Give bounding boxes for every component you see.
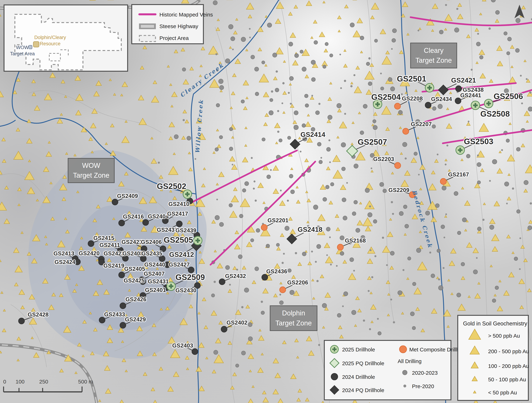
drillhole-label-gs2407: GS2407 (144, 271, 165, 277)
scale-label-0: 0 (3, 379, 6, 385)
drillhole-2024-gs2437[interactable] (176, 221, 182, 227)
drillhole-label-gs2503: GS2503 (464, 137, 493, 146)
drillhole-2024-gs2428[interactable] (19, 318, 25, 324)
drillhole-label-gs2409: GS2409 (117, 193, 138, 199)
pq-drillhole-2024-gs2414[interactable] (290, 139, 300, 149)
drillhole-label-gs2436: GS2436 (266, 268, 287, 275)
drillhole-2024-gs2434[interactable] (425, 102, 431, 108)
drillhole-2024-gs2416[interactable] (119, 220, 125, 226)
inset-location-map: Dolphin/Cleary Resource WOW Target Area (4, 5, 128, 72)
soil-legend-triangle-2 (471, 362, 478, 368)
soil-legend-triangle-4 (473, 391, 476, 393)
drillhole-label-gs2412: GS2412 (169, 251, 194, 258)
soil-legend-triangle-0 (469, 329, 481, 340)
drillhole-label-gs2437: GS2437 (157, 227, 178, 233)
legend-met-composite-icon (399, 346, 407, 353)
drillhole-label-gs2405: GS2405 (124, 266, 145, 272)
historic-mapped-vein (210, 162, 315, 265)
drillhole-label-gs2421: GS2421 (451, 77, 476, 84)
drillhole-2024-gs2433[interactable] (99, 317, 105, 323)
met-composite-gs2168[interactable] (337, 244, 343, 250)
drillhole-label-gs2435: GS2435 (141, 250, 163, 257)
drillhole-label-gs2422: GS2422 (104, 250, 125, 257)
legend-historic-veins: Historic Mapped Veins (159, 12, 213, 18)
north-arrow-icon (514, 5, 525, 18)
soil-class-lt-50: < 50 ppb Au (488, 390, 517, 396)
soil-class-200-500: 200 - 500 ppb Au (488, 348, 529, 354)
legend-2024-drillhole: 2024 Drillhole (342, 374, 375, 380)
zone-box-wow: WOWTarget Zone (68, 158, 115, 183)
legend-project-area: Project Area (159, 35, 189, 41)
drillhole-label-gs2432: GS2432 (225, 273, 246, 279)
drillhole-label-gs2401: GS2401 (145, 287, 166, 293)
drillhole-2024-gs2438[interactable] (456, 86, 462, 92)
met-composite-gs2208[interactable] (394, 103, 400, 109)
scale-label-3: 500 m (78, 379, 93, 385)
drillhole-label-gs2509: GS2509 (176, 273, 205, 282)
exploration-map: Dolphin/Cleary Resource WOW Target Area … (0, 0, 532, 403)
drillhole-2024-gs2429[interactable] (120, 322, 126, 328)
drillhole-label-gs2410: GS2410 (169, 201, 190, 208)
drillhole-label-gs2441: GS2441 (460, 92, 481, 99)
drillhole-label-gs2428: GS2428 (28, 311, 49, 318)
drillhole-label-gs2508: GS2508 (481, 109, 510, 118)
soil-class-500: > 500 ppb Au (488, 333, 520, 339)
scale-label-2: 250 (39, 379, 48, 385)
drillhole-2024-gs2426[interactable] (120, 303, 126, 309)
scale-label-1: 100 (16, 379, 25, 385)
drillhole-label-gs2420: GS2420 (79, 250, 100, 257)
drillhole-legend: 2025 Drillhole 2025 PQ Drillhole 2024 Dr… (324, 340, 451, 400)
drillhole-label-gs2439: GS2439 (176, 227, 196, 234)
zone-box-dolphin: DolphinTarget Zone (270, 305, 317, 331)
drillhole-label-gs2431: GS2431 (148, 278, 169, 285)
drillhole-2024-gs2405[interactable] (119, 272, 125, 278)
met-composite-gs2203[interactable] (395, 163, 401, 169)
drillhole-label-gs2418: GS2418 (298, 226, 323, 233)
drillhole-label-gs2415: GS2415 (94, 235, 114, 241)
drillhole-label-gs2167: GS2167 (448, 171, 469, 178)
legend-2025-drillhole: 2025 Drillhole (342, 346, 375, 353)
drillhole-label-gs2505: GS2505 (164, 236, 193, 245)
drillhole-label-gs2402: GS2402 (227, 320, 247, 326)
met-composite-gs2206[interactable] (280, 287, 286, 293)
drillhole-2024-gs2404[interactable] (143, 219, 149, 226)
drillhole-2024-gs2403[interactable] (192, 349, 198, 355)
legend-steese-highway: Steese Highway (159, 23, 198, 29)
drillhole-label-gs2429: GS2429 (125, 316, 146, 323)
drillhole-label-gs2208: GS2208 (402, 95, 423, 102)
drillhole-label-gs2403: GS2403 (172, 342, 193, 349)
legend-pre-2020: Pre-2020 (412, 383, 434, 389)
inset-wow-label: WOW Target Area (8, 44, 37, 57)
met-composite-gs2167[interactable] (440, 178, 446, 184)
drillhole-label-gs2408: GS2408 (122, 250, 144, 257)
drillhole-2024-gs2441[interactable] (455, 98, 461, 104)
drillhole-label-gs2423: GS2423 (122, 239, 143, 245)
line-legend: Historic Mapped Veins Steese Highway Pro… (131, 4, 204, 44)
soil-legend-icons (458, 316, 528, 400)
met-composite-gs2201[interactable] (261, 224, 267, 231)
pq-drillhole-2024-gs2418[interactable] (287, 234, 297, 244)
drillhole-label-gs2433: GS2433 (104, 311, 125, 318)
drillhole-label-gs2404: GS2404 (148, 213, 169, 220)
drillhole-2024-gs2432[interactable] (219, 279, 225, 285)
legend-2020-2023: 2020-2023 (412, 370, 438, 376)
pq-drillhole-2025-gs2507[interactable] (347, 145, 358, 157)
drillhole-label-gs2419: GS2419 (103, 263, 125, 269)
drillhole-label-gs2424: GS2424 (55, 259, 76, 265)
drillhole-label-gs2168: GS2168 (345, 238, 366, 244)
pq-drillhole-2024-gs2421[interactable] (438, 85, 449, 95)
drillhole-label-gs2203: GS2203 (373, 156, 394, 163)
drillhole-2024-gs2415[interactable] (88, 240, 94, 247)
soil-class-100-200: 100 - 200 ppb Au (488, 363, 529, 369)
drillhole-label-gs2506: GS2506 (494, 92, 523, 101)
drillhole-2024-gs2409[interactable] (112, 199, 118, 205)
drillhole-2024-gs2436[interactable] (262, 274, 268, 280)
legend-pre-2020-icon (403, 384, 406, 387)
drillhole-label-gs2207: GS2207 (411, 121, 432, 127)
met-composite-gs2207[interactable] (403, 128, 409, 134)
drillhole-label-gs2507: GS2507 (358, 138, 387, 146)
drillhole-label-gs2504: GS2504 (371, 93, 401, 101)
zone-box-cleary: ClearyTarget Zone (410, 43, 457, 69)
drillhole-label-gs2417: GS2417 (167, 211, 188, 217)
drillhole-2024-gs2402[interactable] (221, 326, 227, 332)
